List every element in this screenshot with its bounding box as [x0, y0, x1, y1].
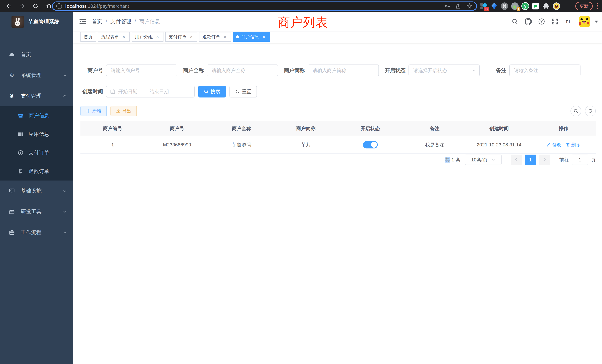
search-button[interactable]: 搜索 [198, 86, 226, 97]
sidebar-item-pay-order[interactable]: 支付订单 [0, 143, 73, 162]
navbar-actions: tT [510, 12, 598, 31]
tab-close-icon[interactable]: × [222, 34, 228, 40]
search-icon[interactable] [510, 17, 520, 26]
goto-page: 前往 页 [559, 155, 596, 165]
breadcrumb-home[interactable]: 首页 [92, 18, 102, 25]
github-icon[interactable] [523, 17, 533, 26]
browser-update-button[interactable]: 更新 [575, 2, 593, 10]
full-name-input[interactable]: 请输入商户全称 [207, 64, 278, 76]
bookmark-star-icon[interactable] [466, 3, 473, 9]
extension-chat-icon[interactable] [532, 2, 540, 10]
col-actions: 操作 [531, 125, 596, 132]
tab-close-icon[interactable]: × [121, 34, 126, 40]
tab-refund-order[interactable]: 退款订单× [199, 32, 231, 42]
cell-merchant-id: 1 [80, 142, 145, 148]
back-icon[interactable] [4, 1, 14, 11]
extensions-puzzle-icon[interactable] [542, 2, 550, 10]
breadcrumb-pay[interactable]: 支付管理 [110, 18, 131, 25]
yen-circle-icon [18, 150, 23, 156]
chevron-up-icon [63, 94, 67, 98]
cell-actions: 修改 删除 [531, 142, 596, 148]
app-title: 芋道管理系统 [28, 18, 59, 25]
col-remark: 备注 [403, 125, 467, 132]
table-toolbar: 新增 导出 [80, 106, 596, 116]
add-button[interactable]: 新增 [80, 106, 107, 116]
tab-user-group[interactable]: 用户分组× [132, 32, 163, 42]
collapse-sidebar-icon[interactable] [79, 17, 87, 26]
sidebar-item-merchant-info[interactable]: 商户信息 [0, 106, 73, 125]
browser-profile-avatar[interactable] [552, 2, 560, 10]
toolbox-icon [9, 209, 15, 215]
tab-merchant-info[interactable]: 商户信息× [233, 32, 270, 42]
merchant-no-input[interactable]: 请输入商户号 [106, 64, 177, 76]
tab-process-form[interactable]: 流程表单× [98, 32, 130, 42]
site-info-icon[interactable]: i [56, 3, 62, 9]
browser-menu-icon[interactable] [597, 3, 598, 9]
goto-page-input[interactable] [572, 155, 588, 165]
next-page-icon[interactable] [539, 155, 550, 165]
help-icon[interactable] [537, 17, 546, 26]
toggle-search-icon[interactable] [570, 106, 581, 116]
sidebar-item-pay[interactable]: ¥ 支付管理 [0, 86, 73, 106]
chevron-down-icon [63, 189, 67, 193]
reset-button[interactable]: 重置 [229, 86, 257, 97]
sidebar-item-app-info[interactable]: 应用信息 [0, 125, 73, 143]
tab-pay-order[interactable]: 支付订单× [165, 32, 197, 42]
grid-icon [18, 131, 23, 137]
table-header: 商户编号 商户号 商户全称 商户简称 开启状态 备注 创建时间 操作 [80, 121, 596, 136]
sidebar-item-home[interactable]: 首页 [0, 44, 73, 65]
url-bar[interactable]: i localhost:1024/pay/merchant [52, 1, 477, 11]
reload-icon[interactable] [30, 1, 41, 11]
share-icon[interactable] [456, 3, 461, 9]
fullscreen-icon[interactable] [550, 17, 560, 26]
sidebar-item-refund-order[interactable]: 退款订单 [0, 162, 73, 181]
export-button[interactable]: 导出 [110, 106, 137, 116]
briefcase-icon [9, 229, 15, 235]
short-name-input[interactable]: 请输入商户简称 [308, 64, 379, 76]
sidebar-item-infra[interactable]: 基础设施 [0, 181, 73, 201]
col-merchant-id: 商户编号 [80, 125, 145, 132]
page-number-1[interactable]: 1 [525, 155, 536, 165]
tab-home[interactable]: 首页 [80, 32, 96, 42]
status-select[interactable]: 请选择开启状态 [408, 64, 480, 76]
tab-close-icon[interactable]: × [189, 34, 194, 40]
sidebar-item-devtools[interactable]: 研发工具 [0, 201, 73, 222]
sidebar-item-system[interactable]: ⚙ 系统管理 [0, 65, 73, 86]
col-merchant-no: 商户号 [145, 125, 209, 132]
sidebar-item-workflow[interactable]: 工作流程 [0, 222, 73, 243]
extension-command-icon[interactable]: ⌘ [500, 2, 509, 10]
refresh-icon[interactable] [585, 106, 596, 116]
tab-close-icon[interactable]: × [261, 34, 267, 40]
prev-page-icon[interactable] [511, 155, 522, 165]
user-avatar[interactable] [579, 16, 590, 27]
edit-link[interactable]: 修改 [547, 142, 561, 148]
page-size-select[interactable]: 10条/页 [465, 155, 502, 165]
document-icon [18, 169, 23, 174]
main-area: 首页 / 支付管理 / 商户信息 tT [73, 12, 602, 364]
forward-icon[interactable] [17, 1, 27, 11]
user-menu-caret-icon[interactable] [595, 20, 598, 23]
tab-close-icon[interactable]: × [155, 34, 160, 40]
select-caret-icon [472, 68, 476, 73]
delete-link[interactable]: 删除 [566, 142, 580, 148]
select-caret-icon [491, 158, 495, 162]
status-toggle[interactable] [363, 141, 378, 149]
sidebar-logo[interactable]: 芋道管理系统 [0, 12, 73, 32]
cell-status [338, 141, 403, 149]
password-key-icon[interactable] [444, 3, 450, 9]
extension-diamond-icon[interactable]: 10 [480, 2, 488, 10]
cell-merchant-no: M233666999 [145, 142, 209, 148]
font-size-icon[interactable]: tT [563, 17, 573, 26]
extension-y-icon[interactable]: y [521, 2, 529, 10]
goto-label: 前往 [559, 157, 569, 163]
date-range-input[interactable]: 开始日期 - 结束日期 [106, 86, 195, 97]
merchant-table: 商户编号 商户号 商户全称 商户简称 开启状态 备注 创建时间 操作 1 M23… [80, 121, 596, 154]
store-icon [18, 113, 23, 118]
col-status: 开启状态 [338, 125, 403, 132]
remark-label: 备注 [480, 67, 506, 74]
extension-status-icon[interactable]: 1 [511, 2, 519, 10]
remark-input[interactable]: 请输入备注 [509, 64, 580, 76]
monitor-icon [9, 188, 15, 194]
status-label: 开启状态 [379, 67, 406, 74]
extension-kite-icon[interactable] [490, 2, 498, 10]
